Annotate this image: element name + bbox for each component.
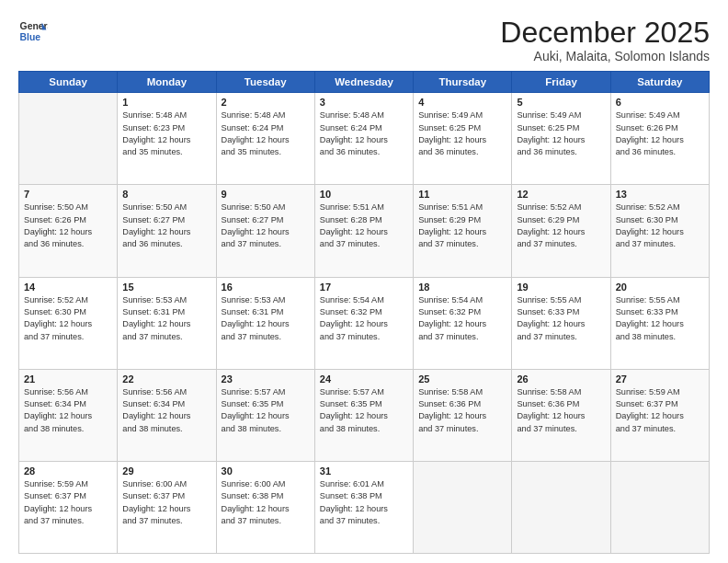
day-number: 2 — [222, 97, 310, 108]
day-number: 28 — [24, 465, 112, 477]
table-row: 18Sunrise: 5:54 AMSunset: 6:32 PMDayligh… — [414, 277, 512, 369]
day-number: 10 — [320, 189, 408, 200]
table-row: 3Sunrise: 5:48 AMSunset: 6:24 PMDaylight… — [314, 93, 413, 185]
table-row: 24Sunrise: 5:57 AMSunset: 6:35 PMDayligh… — [314, 369, 413, 461]
day-info: Sunrise: 5:57 AMSunset: 6:35 PMDaylight:… — [320, 386, 408, 435]
day-info: Sunrise: 5:55 AMSunset: 6:33 PMDaylight:… — [517, 294, 605, 343]
table-row: 23Sunrise: 5:57 AMSunset: 6:35 PMDayligh… — [216, 369, 314, 461]
table-row — [414, 461, 512, 553]
table-row: 26Sunrise: 5:58 AMSunset: 6:36 PMDayligh… — [512, 369, 610, 461]
logo: General Blue — [18, 17, 48, 46]
day-number: 20 — [616, 282, 704, 293]
calendar-header-row: Sunday Monday Tuesday Wednesday Thursday… — [19, 72, 710, 93]
table-row: 9Sunrise: 5:50 AMSunset: 6:27 PMDaylight… — [216, 185, 314, 277]
col-thursday: Thursday — [414, 72, 512, 93]
day-number: 26 — [517, 373, 605, 385]
table-row: 25Sunrise: 5:58 AMSunset: 6:36 PMDayligh… — [414, 369, 512, 461]
day-info: Sunrise: 5:48 AMSunset: 6:24 PMDaylight:… — [222, 109, 310, 158]
day-number: 16 — [222, 282, 310, 293]
day-info: Sunrise: 5:49 AMSunset: 6:25 PMDaylight:… — [517, 109, 605, 158]
day-info: Sunrise: 5:50 AMSunset: 6:27 PMDaylight:… — [122, 201, 210, 250]
day-info: Sunrise: 5:48 AMSunset: 6:24 PMDaylight:… — [320, 109, 408, 158]
calendar-week-3: 14Sunrise: 5:52 AMSunset: 6:30 PMDayligh… — [19, 277, 710, 369]
day-info: Sunrise: 5:58 AMSunset: 6:36 PMDaylight:… — [418, 386, 506, 435]
table-row: 4Sunrise: 5:49 AMSunset: 6:25 PMDaylight… — [414, 93, 512, 185]
table-row: 11Sunrise: 5:51 AMSunset: 6:29 PMDayligh… — [414, 185, 512, 277]
day-number: 12 — [517, 189, 605, 200]
header: General Blue December 2025 Auki, Malaita… — [18, 17, 710, 63]
table-row: 7Sunrise: 5:50 AMSunset: 6:26 PMDaylight… — [19, 185, 118, 277]
title-block: December 2025 Auki, Malaita, Solomon Isl… — [500, 17, 710, 63]
col-saturday: Saturday — [610, 72, 709, 93]
table-row: 17Sunrise: 5:54 AMSunset: 6:32 PMDayligh… — [314, 277, 413, 369]
table-row: 20Sunrise: 5:55 AMSunset: 6:33 PMDayligh… — [610, 277, 709, 369]
day-number: 9 — [222, 189, 310, 200]
day-info: Sunrise: 5:59 AMSunset: 6:37 PMDaylight:… — [24, 478, 112, 527]
day-info: Sunrise: 5:52 AMSunset: 6:29 PMDaylight:… — [517, 201, 605, 250]
table-row: 19Sunrise: 5:55 AMSunset: 6:33 PMDayligh… — [512, 277, 610, 369]
day-info: Sunrise: 5:56 AMSunset: 6:34 PMDaylight:… — [24, 386, 112, 435]
day-number: 5 — [517, 97, 605, 108]
table-row: 10Sunrise: 5:51 AMSunset: 6:28 PMDayligh… — [314, 185, 413, 277]
day-info: Sunrise: 5:57 AMSunset: 6:35 PMDaylight:… — [222, 386, 310, 435]
calendar-week-2: 7Sunrise: 5:50 AMSunset: 6:26 PMDaylight… — [19, 185, 710, 277]
day-number: 21 — [24, 373, 112, 385]
day-info: Sunrise: 5:53 AMSunset: 6:31 PMDaylight:… — [122, 294, 210, 343]
main-title: December 2025 — [500, 17, 710, 49]
day-number: 22 — [122, 373, 210, 385]
day-info: Sunrise: 5:52 AMSunset: 6:30 PMDaylight:… — [616, 201, 704, 250]
table-row: 12Sunrise: 5:52 AMSunset: 6:29 PMDayligh… — [512, 185, 610, 277]
page: General Blue December 2025 Auki, Malaita… — [0, 0, 728, 563]
day-number: 11 — [418, 189, 506, 200]
day-number: 13 — [616, 189, 704, 200]
day-info: Sunrise: 5:56 AMSunset: 6:34 PMDaylight:… — [122, 386, 210, 435]
day-info: Sunrise: 5:54 AMSunset: 6:32 PMDaylight:… — [320, 294, 408, 343]
day-info: Sunrise: 6:00 AMSunset: 6:38 PMDaylight:… — [222, 478, 310, 527]
day-info: Sunrise: 5:59 AMSunset: 6:37 PMDaylight:… — [616, 386, 704, 435]
col-monday: Monday — [118, 72, 216, 93]
day-info: Sunrise: 5:51 AMSunset: 6:28 PMDaylight:… — [320, 201, 408, 250]
calendar-week-1: 1Sunrise: 5:48 AMSunset: 6:23 PMDaylight… — [19, 93, 710, 185]
day-number: 19 — [517, 282, 605, 293]
day-info: Sunrise: 5:53 AMSunset: 6:31 PMDaylight:… — [222, 294, 310, 343]
day-info: Sunrise: 5:48 AMSunset: 6:23 PMDaylight:… — [122, 109, 210, 158]
day-number: 8 — [122, 189, 210, 200]
table-row: 28Sunrise: 5:59 AMSunset: 6:37 PMDayligh… — [19, 461, 118, 553]
day-info: Sunrise: 6:00 AMSunset: 6:37 PMDaylight:… — [122, 478, 210, 527]
day-number: 18 — [418, 282, 506, 293]
table-row: 21Sunrise: 5:56 AMSunset: 6:34 PMDayligh… — [19, 369, 118, 461]
calendar-week-4: 21Sunrise: 5:56 AMSunset: 6:34 PMDayligh… — [19, 369, 710, 461]
day-number: 25 — [418, 373, 506, 385]
table-row: 15Sunrise: 5:53 AMSunset: 6:31 PMDayligh… — [118, 277, 216, 369]
table-row — [19, 93, 118, 185]
col-sunday: Sunday — [19, 72, 118, 93]
table-row: 30Sunrise: 6:00 AMSunset: 6:38 PMDayligh… — [216, 461, 314, 553]
day-number: 14 — [24, 282, 112, 293]
day-number: 27 — [616, 373, 704, 385]
table-row: 8Sunrise: 5:50 AMSunset: 6:27 PMDaylight… — [118, 185, 216, 277]
day-info: Sunrise: 5:50 AMSunset: 6:26 PMDaylight:… — [24, 201, 112, 250]
day-info: Sunrise: 6:01 AMSunset: 6:38 PMDaylight:… — [320, 478, 408, 527]
day-number: 31 — [320, 465, 408, 477]
table-row: 2Sunrise: 5:48 AMSunset: 6:24 PMDaylight… — [216, 93, 314, 185]
table-row: 14Sunrise: 5:52 AMSunset: 6:30 PMDayligh… — [19, 277, 118, 369]
day-number: 24 — [320, 373, 408, 385]
day-number: 30 — [222, 465, 310, 477]
day-info: Sunrise: 5:49 AMSunset: 6:26 PMDaylight:… — [616, 109, 704, 158]
day-number: 6 — [616, 97, 704, 108]
table-row: 16Sunrise: 5:53 AMSunset: 6:31 PMDayligh… — [216, 277, 314, 369]
table-row: 29Sunrise: 6:00 AMSunset: 6:37 PMDayligh… — [118, 461, 216, 553]
svg-text:Blue: Blue — [20, 32, 41, 42]
calendar-week-5: 28Sunrise: 5:59 AMSunset: 6:37 PMDayligh… — [19, 461, 710, 553]
table-row: 6Sunrise: 5:49 AMSunset: 6:26 PMDaylight… — [610, 93, 709, 185]
table-row: 31Sunrise: 6:01 AMSunset: 6:38 PMDayligh… — [314, 461, 413, 553]
day-number: 1 — [122, 97, 210, 108]
day-number: 29 — [122, 465, 210, 477]
day-number: 15 — [122, 282, 210, 293]
table-row: 1Sunrise: 5:48 AMSunset: 6:23 PMDaylight… — [118, 93, 216, 185]
table-row: 13Sunrise: 5:52 AMSunset: 6:30 PMDayligh… — [610, 185, 709, 277]
table-row: 5Sunrise: 5:49 AMSunset: 6:25 PMDaylight… — [512, 93, 610, 185]
day-info: Sunrise: 5:51 AMSunset: 6:29 PMDaylight:… — [418, 201, 506, 250]
day-info: Sunrise: 5:54 AMSunset: 6:32 PMDaylight:… — [418, 294, 506, 343]
subtitle: Auki, Malaita, Solomon Islands — [500, 49, 710, 63]
